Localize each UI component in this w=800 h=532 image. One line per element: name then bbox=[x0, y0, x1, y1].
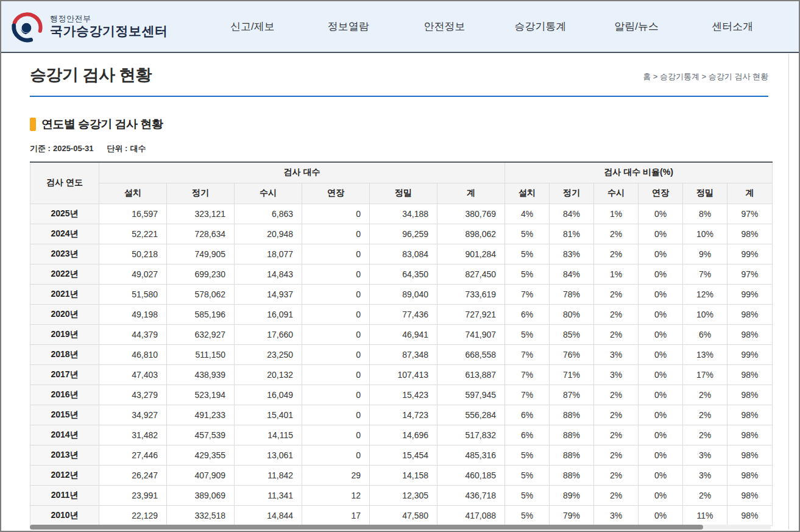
count-cell: 901,284 bbox=[437, 244, 505, 264]
count-cell: 18,077 bbox=[235, 244, 302, 264]
breadcrumb[interactable]: 홈 > 승강기통계 > 승강기 검사 현황 bbox=[643, 71, 768, 82]
year-cell: 2025년 bbox=[30, 204, 99, 224]
count-cell: 22,129 bbox=[99, 505, 167, 525]
count-cell: 47,403 bbox=[99, 364, 167, 385]
count-cell: 14,115 bbox=[235, 425, 302, 445]
ratio-cell: 78% bbox=[550, 284, 594, 304]
count-cell: 49,198 bbox=[99, 304, 167, 324]
count-cell: 511,150 bbox=[167, 344, 235, 364]
count-cell: 17,660 bbox=[235, 324, 302, 344]
nav-item-elevator-stats[interactable]: 승강기통계 bbox=[492, 20, 589, 34]
count-cell: 46,810 bbox=[99, 344, 167, 364]
ratio-cell: 4% bbox=[505, 204, 550, 224]
count-cell: 13,061 bbox=[235, 445, 302, 465]
count-cell: 15,401 bbox=[235, 405, 302, 425]
count-cell: 14,158 bbox=[370, 465, 437, 485]
ratio-cell: 0% bbox=[639, 224, 683, 244]
ratio-cell: 5% bbox=[505, 505, 550, 525]
count-cell: 0 bbox=[302, 264, 370, 284]
year-cell: 2020년 bbox=[30, 304, 99, 324]
ratio-cell: 6% bbox=[683, 324, 727, 344]
ratio-cell: 2% bbox=[594, 304, 639, 324]
count-cell: 827,450 bbox=[437, 264, 505, 284]
ratio-cell: 13% bbox=[683, 344, 727, 364]
count-cell: 11,842 bbox=[235, 465, 302, 485]
count-cell: 699,230 bbox=[167, 264, 235, 284]
count-cell: 438,939 bbox=[167, 364, 235, 385]
ratio-cell: 2% bbox=[683, 405, 727, 425]
count-cell: 436,718 bbox=[437, 485, 505, 505]
count-cell: 83,084 bbox=[370, 244, 437, 264]
count-cell: 16,049 bbox=[235, 385, 302, 405]
nav-item-news[interactable]: 알림/뉴스 bbox=[589, 20, 685, 34]
nav-item-report[interactable]: 신고/제보 bbox=[205, 20, 301, 34]
horizontal-scrollbar-thumb[interactable] bbox=[30, 525, 703, 530]
ratio-cell: 98% bbox=[727, 485, 773, 505]
ratio-cell: 0% bbox=[639, 324, 683, 344]
ratio-cell: 3% bbox=[594, 505, 639, 525]
ratio-cell: 84% bbox=[550, 204, 594, 224]
app-header: 행정안전부 국가승강기정보센터 신고/제보 정보열람 안전정보 승강기통계 알림… bbox=[1, 1, 799, 53]
ratio-cell: 2% bbox=[594, 485, 639, 505]
logo-text: 행정안전부 국가승강기정보센터 bbox=[50, 15, 168, 38]
ratio-cell: 6% bbox=[505, 304, 550, 324]
ratio-cell: 76% bbox=[550, 344, 594, 364]
count-cell: 47,580 bbox=[370, 505, 437, 525]
count-cell: 0 bbox=[302, 445, 370, 465]
ratio-cell: 2% bbox=[594, 425, 639, 445]
count-cell: 44,379 bbox=[99, 324, 167, 344]
ratio-cell: 97% bbox=[727, 204, 773, 224]
ratio-cell: 88% bbox=[550, 425, 594, 445]
ratio-cell: 99% bbox=[727, 344, 773, 364]
count-cell: 14,844 bbox=[235, 505, 302, 525]
count-cell: 0 bbox=[302, 244, 370, 264]
base-date-value: 2025-05-31 bbox=[53, 144, 94, 153]
count-cell: 14,843 bbox=[235, 264, 302, 284]
browser-viewport: 행정안전부 국가승강기정보센터 신고/제보 정보열람 안전정보 승강기통계 알림… bbox=[0, 0, 800, 532]
vertical-scrollbar[interactable] bbox=[788, 54, 798, 530]
count-cell: 16,091 bbox=[235, 304, 302, 324]
table-row: 2016년43,279523,19416,049015,423597,9457%… bbox=[30, 385, 773, 405]
year-cell: 2015년 bbox=[30, 405, 99, 425]
table-row: 2014년31,482457,53914,115014,696517,8326%… bbox=[30, 425, 773, 445]
ratio-cell: 88% bbox=[550, 405, 594, 425]
ratio-col-extension: 연장 bbox=[639, 183, 683, 204]
nav-item-about-center[interactable]: 센터소개 bbox=[684, 20, 781, 34]
count-cell: 11,341 bbox=[235, 485, 302, 505]
year-cell: 2019년 bbox=[30, 324, 99, 344]
horizontal-scrollbar[interactable] bbox=[30, 525, 771, 530]
ratio-cell: 0% bbox=[639, 344, 683, 364]
nav-item-info-view[interactable]: 정보열람 bbox=[300, 20, 397, 34]
ratio-cell: 79% bbox=[550, 505, 594, 525]
count-cell: 597,945 bbox=[437, 385, 505, 405]
ratio-cell: 2% bbox=[594, 324, 639, 344]
ratio-cell: 7% bbox=[505, 385, 550, 405]
count-cell: 77,436 bbox=[370, 304, 437, 324]
ratio-cell: 7% bbox=[505, 284, 550, 304]
count-col-occasional: 수시 bbox=[235, 183, 302, 204]
year-cell: 2012년 bbox=[30, 465, 99, 485]
count-cell: 15,423 bbox=[370, 385, 437, 405]
count-cell: 727,921 bbox=[437, 304, 505, 324]
ratio-cell: 98% bbox=[727, 224, 773, 244]
gov-logo[interactable]: 행정안전부 국가승강기정보센터 bbox=[10, 10, 168, 44]
count-cell: 0 bbox=[302, 425, 370, 445]
ratio-cell: 8% bbox=[683, 204, 727, 224]
count-cell: 0 bbox=[302, 385, 370, 405]
ratio-cell: 1% bbox=[594, 264, 639, 284]
count-cell: 6,863 bbox=[235, 204, 302, 224]
year-cell: 2023년 bbox=[30, 244, 99, 264]
ratio-cell: 88% bbox=[550, 465, 594, 485]
ratio-cell: 2% bbox=[594, 244, 639, 264]
count-cell: 14,696 bbox=[370, 425, 437, 445]
ratio-cell: 98% bbox=[727, 505, 773, 525]
count-cell: 389,069 bbox=[167, 485, 235, 505]
ratio-cell: 5% bbox=[505, 485, 550, 505]
count-cell: 64,350 bbox=[370, 264, 437, 284]
ratio-cell: 0% bbox=[639, 244, 683, 264]
count-cell: 0 bbox=[302, 405, 370, 425]
count-cell: 0 bbox=[302, 224, 370, 244]
count-cell: 34,927 bbox=[99, 405, 167, 425]
nav-item-safety-info[interactable]: 안전정보 bbox=[397, 20, 493, 34]
count-cell: 96,259 bbox=[370, 224, 437, 244]
